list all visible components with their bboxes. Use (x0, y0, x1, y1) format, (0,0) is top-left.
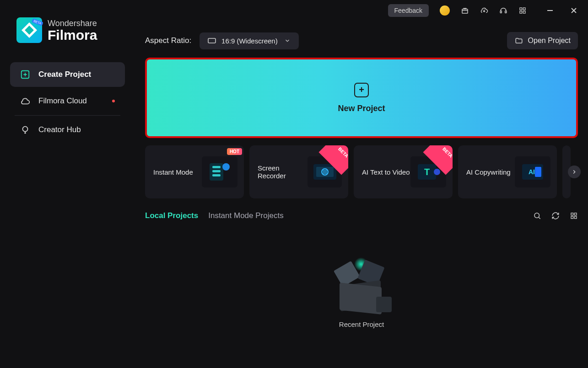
card-instant-mode[interactable]: Instant Mode (145, 145, 244, 198)
empty-state: Recent Project (135, 222, 588, 363)
carousel-next-button[interactable] (568, 165, 581, 178)
gift-icon[interactable] (461, 6, 469, 15)
window-minimize-icon[interactable] (544, 5, 556, 16)
notification-dot-icon (112, 100, 115, 102)
svg-rect-11 (520, 8, 522, 10)
plus-square-icon (20, 69, 30, 80)
card-ai-text-to-video[interactable]: AI Text to Video T (354, 145, 453, 198)
svg-rect-20 (212, 166, 221, 168)
feedback-button[interactable]: Feedback (388, 4, 429, 17)
projects-tabs-row: Local Projects Instant Mode Projects (145, 211, 578, 220)
svg-line-35 (539, 217, 540, 219)
sidebar-nav: Create Project Filmora Cloud Creator Hub (5, 60, 129, 144)
tab-local-projects[interactable]: Local Projects (145, 211, 198, 220)
beta-badge (428, 145, 453, 164)
open-project-button[interactable]: Open Project (507, 32, 578, 49)
sidebar-item-filmora-cloud[interactable]: Filmora Cloud (10, 89, 125, 113)
svg-rect-14 (523, 11, 525, 13)
plus-icon: + (354, 83, 369, 97)
svg-point-3 (23, 127, 28, 132)
card-label: Screen Recorder (258, 164, 307, 180)
ai-copywriting-thumb-icon: AI (515, 156, 550, 187)
svg-rect-37 (574, 213, 577, 215)
new-project-label: New Project (338, 104, 385, 113)
projects-tabs: Local Projects Instant Mode Projects (145, 211, 284, 220)
aspect-ratio-label: Aspect Ratio: (145, 36, 191, 45)
search-icon[interactable] (533, 212, 541, 220)
svg-point-30 (434, 169, 440, 175)
chevron-down-icon (284, 37, 291, 44)
svg-rect-33 (535, 167, 541, 177)
svg-rect-9 (500, 11, 502, 13)
sidebar-item-creator-hub[interactable]: Creator Hub (10, 117, 125, 142)
cloud-download-icon[interactable] (480, 6, 488, 15)
svg-point-23 (222, 163, 230, 171)
brand-top: Wondershare (48, 19, 97, 28)
card-label: Instant Mode (153, 168, 193, 176)
hot-badge (219, 145, 244, 164)
sidebar: Wondershare Filmora Create Project Filmo… (0, 0, 135, 368)
refresh-icon[interactable] (551, 212, 560, 220)
main-panel: Feedback (135, 0, 588, 368)
svg-rect-38 (571, 216, 573, 219)
projects-actions (533, 212, 578, 220)
svg-rect-10 (505, 11, 507, 13)
svg-rect-13 (520, 11, 522, 13)
bulb-icon (20, 125, 30, 135)
svg-rect-18 (208, 38, 216, 43)
brand-text: Wondershare Filmora (48, 19, 97, 42)
feature-cards: Instant Mode Screen Recorder AI Text to … (145, 145, 578, 198)
filmora-logo-icon (16, 17, 42, 43)
card-screen-recorder[interactable]: Screen Recorder (249, 145, 348, 198)
new-project-button[interactable]: + New Project (145, 58, 578, 138)
brand-logo-row: Wondershare Filmora (5, 8, 129, 57)
sidebar-item-create-project[interactable]: Create Project (10, 62, 125, 87)
sidebar-item-label: Create Project (38, 70, 91, 79)
window-close-icon[interactable] (568, 5, 580, 16)
svg-text:T: T (424, 167, 430, 177)
headset-icon[interactable] (499, 6, 507, 15)
apps-grid-icon[interactable] (518, 6, 527, 15)
sidebar-item-label: Creator Hub (38, 125, 81, 134)
svg-rect-6 (462, 9, 468, 13)
empty-state-label: Recent Project (339, 320, 384, 328)
cloud-icon (20, 96, 30, 106)
folder-icon (514, 37, 523, 45)
card-label: AI Copywriting (466, 168, 511, 176)
sidebar-divider (15, 115, 120, 116)
titlebar: Feedback (135, 0, 588, 21)
svg-text:AI: AI (529, 168, 535, 176)
svg-point-34 (534, 213, 539, 218)
toolbar: Aspect Ratio: 16:9 (Widescreen) Open Pro… (135, 21, 588, 56)
tab-instant-mode-projects[interactable]: Instant Mode Projects (208, 211, 283, 220)
aspect-rect-icon (208, 38, 216, 43)
svg-rect-22 (212, 174, 221, 176)
discord-icon[interactable] (440, 5, 450, 16)
card-ai-copywriting[interactable]: AI Copywriting AI (458, 145, 557, 198)
svg-rect-39 (574, 216, 577, 219)
svg-rect-21 (212, 170, 221, 172)
grid-view-icon[interactable] (570, 212, 578, 220)
card-label: AI Text to Video (362, 168, 410, 176)
window-controls (544, 5, 580, 16)
beta-badge (324, 145, 348, 164)
svg-rect-27 (323, 170, 327, 174)
svg-rect-36 (571, 213, 573, 215)
aspect-ratio-select[interactable]: 16:9 (Widescreen) (200, 32, 299, 49)
brand-main: Filmora (48, 28, 97, 42)
svg-rect-12 (523, 8, 525, 10)
empty-box-icon (334, 257, 389, 312)
open-project-label: Open Project (528, 37, 571, 45)
sidebar-item-label: Filmora Cloud (38, 96, 87, 106)
aspect-ratio-value: 16:9 (Widescreen) (221, 37, 278, 45)
